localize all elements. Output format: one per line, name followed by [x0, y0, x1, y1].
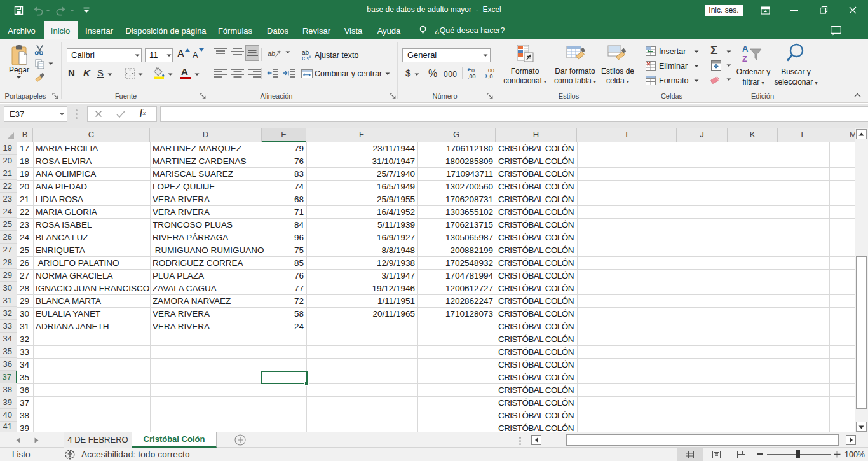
svg-text:ab: ab [268, 50, 275, 57]
svg-text:c: c [302, 55, 305, 61]
svg-text:,00: ,00 [468, 73, 476, 79]
